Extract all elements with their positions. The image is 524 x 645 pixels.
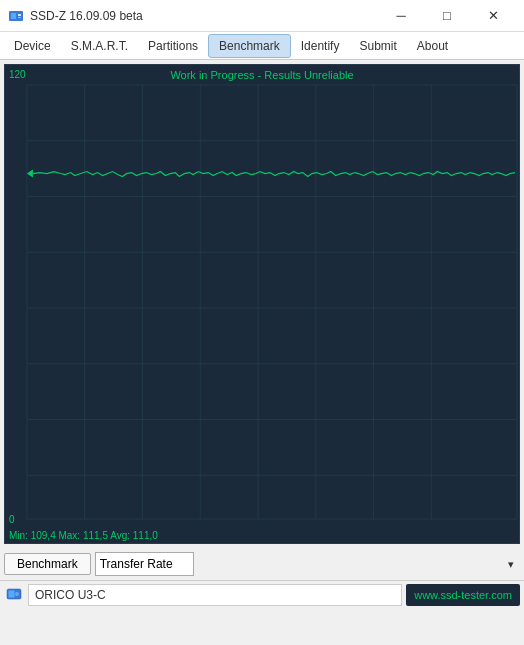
app-icon	[8, 8, 24, 24]
maximize-button[interactable]: □	[424, 0, 470, 32]
status-icon	[4, 585, 24, 605]
menu-bar: Device S.M.A.R.T. Partitions Benchmark I…	[0, 32, 524, 60]
minimize-button[interactable]: ─	[378, 0, 424, 32]
menu-item-submit[interactable]: Submit	[349, 34, 406, 58]
title-bar-left: SSD-Z 16.09.09 beta	[8, 8, 143, 24]
svg-rect-24	[9, 590, 15, 597]
menu-item-smart[interactable]: S.M.A.R.T.	[61, 34, 138, 58]
chart-svg	[5, 65, 519, 543]
svg-point-26	[16, 593, 18, 595]
svg-rect-1	[11, 13, 16, 19]
menu-item-identify[interactable]: Identify	[291, 34, 350, 58]
app-title: SSD-Z 16.09.09 beta	[30, 9, 143, 23]
svg-rect-3	[18, 17, 21, 18]
menu-item-benchmark[interactable]: Benchmark	[208, 34, 291, 58]
device-icon	[5, 586, 23, 604]
menu-item-device[interactable]: Device	[4, 34, 61, 58]
chart-container: 120 Work in Progress - Results Unreliabl…	[4, 64, 520, 544]
menu-item-partitions[interactable]: Partitions	[138, 34, 208, 58]
bottom-controls: Benchmark Transfer Rate Access Time IOPS	[0, 548, 524, 580]
svg-rect-2	[18, 14, 21, 16]
website-url: www.ssd-tester.com	[406, 584, 520, 606]
transfer-rate-dropdown-wrapper: Transfer Rate Access Time IOPS	[95, 552, 520, 576]
window-controls: ─ □ ✕	[378, 0, 516, 32]
svg-marker-22	[27, 170, 33, 178]
status-bar: ORICO U3-C www.ssd-tester.com	[0, 580, 524, 608]
title-bar: SSD-Z 16.09.09 beta ─ □ ✕	[0, 0, 524, 32]
transfer-rate-dropdown[interactable]: Transfer Rate Access Time IOPS	[95, 552, 194, 576]
menu-item-about[interactable]: About	[407, 34, 458, 58]
benchmark-button[interactable]: Benchmark	[4, 553, 91, 575]
device-name: ORICO U3-C	[28, 584, 402, 606]
close-button[interactable]: ✕	[470, 0, 516, 32]
